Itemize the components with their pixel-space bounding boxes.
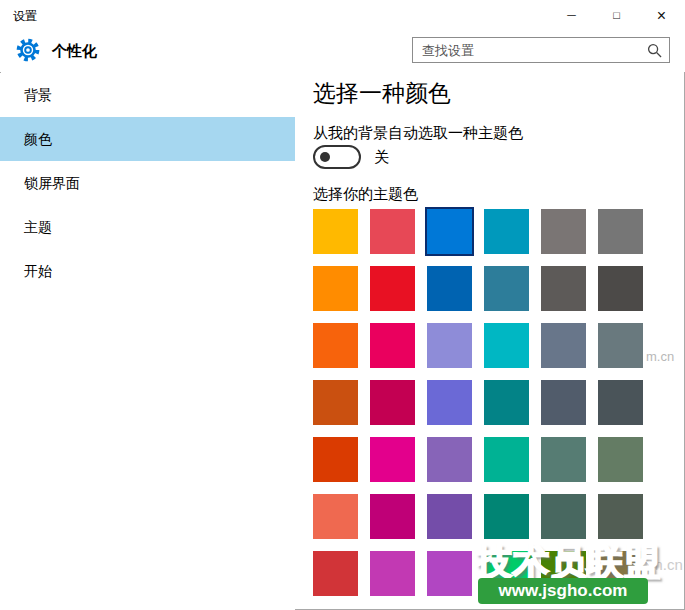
color-swatch[interactable] (370, 437, 415, 482)
color-swatch[interactable] (370, 323, 415, 368)
color-swatch[interactable] (313, 494, 358, 539)
color-swatch[interactable] (541, 266, 586, 311)
color-swatch[interactable] (427, 551, 472, 596)
color-swatch[interactable] (370, 209, 415, 254)
color-swatch[interactable] (370, 494, 415, 539)
window-controls: ─ □ × (549, 1, 684, 30)
sidebar-item-颜色[interactable]: 颜色 (0, 117, 295, 161)
sidebar-item-背景[interactable]: 背景 (0, 73, 295, 117)
sidebar-item-锁屏界面[interactable]: 锁屏界面 (0, 161, 295, 205)
color-swatch[interactable] (484, 209, 529, 254)
minimize-button[interactable]: ─ (549, 1, 594, 30)
auto-pick-toggle-row: 关 (313, 145, 389, 169)
color-swatch[interactable] (427, 437, 472, 482)
color-swatch[interactable] (427, 266, 472, 311)
color-swatch[interactable] (598, 323, 643, 368)
sidebar: 背景颜色锁屏界面主题开始 (0, 73, 295, 610)
auto-pick-label: 从我的背景自动选取一种主题色 (313, 124, 523, 143)
color-swatch[interactable] (541, 494, 586, 539)
gear-icon (15, 37, 41, 63)
color-swatch[interactable] (598, 437, 643, 482)
titlebar: 设置 ─ □ × (0, 0, 685, 30)
search-input[interactable] (413, 38, 648, 62)
color-swatch[interactable] (313, 266, 358, 311)
color-swatch[interactable] (541, 437, 586, 482)
color-swatch[interactable] (484, 266, 529, 311)
color-swatch[interactable] (313, 209, 358, 254)
color-swatch[interactable] (370, 380, 415, 425)
header: 个性化 (0, 30, 685, 72)
color-swatch-selected[interactable] (427, 209, 472, 254)
main-content: 选择一种颜色 从我的背景自动选取一种主题色 关 选择你的主题色 (313, 72, 685, 610)
color-swatch[interactable] (484, 437, 529, 482)
watermark-url: www.jsgho.com (478, 578, 648, 604)
toggle-state-label: 关 (374, 148, 389, 167)
color-swatch[interactable] (598, 380, 643, 425)
color-swatch[interactable] (427, 323, 472, 368)
toggle-knob (320, 152, 330, 162)
maximize-button[interactable]: □ (594, 1, 639, 30)
color-swatch[interactable] (484, 494, 529, 539)
color-swatch[interactable] (313, 437, 358, 482)
color-swatch[interactable] (541, 380, 586, 425)
color-swatch[interactable] (598, 209, 643, 254)
watermark-faint-right: m.cn (646, 349, 674, 364)
search-icon[interactable] (647, 43, 662, 58)
sidebar-item-开始[interactable]: 开始 (0, 249, 295, 293)
close-button[interactable]: × (639, 1, 684, 30)
accent-section-label: 选择你的主题色 (313, 185, 418, 204)
color-swatch[interactable] (484, 380, 529, 425)
color-swatch[interactable] (313, 323, 358, 368)
color-swatch[interactable] (313, 380, 358, 425)
color-swatch[interactable] (370, 551, 415, 596)
color-swatch[interactable] (541, 209, 586, 254)
color-swatch[interactable] (427, 380, 472, 425)
page-title: 个性化 (52, 42, 97, 61)
auto-pick-toggle[interactable] (313, 145, 361, 169)
color-swatch[interactable] (370, 266, 415, 311)
color-swatch[interactable] (541, 323, 586, 368)
window-title: 设置 (13, 8, 37, 25)
settings-window: 设置 ─ □ × 个性化 背景颜色锁屏界面主题开始 (0, 0, 685, 610)
sidebar-item-主题[interactable]: 主题 (0, 205, 295, 249)
search-box[interactable] (412, 37, 670, 63)
color-swatch[interactable] (484, 323, 529, 368)
color-swatch[interactable] (598, 494, 643, 539)
color-swatch[interactable] (313, 551, 358, 596)
main-heading: 选择一种颜色 (313, 78, 451, 109)
color-swatch[interactable] (427, 494, 472, 539)
color-swatch[interactable] (598, 266, 643, 311)
